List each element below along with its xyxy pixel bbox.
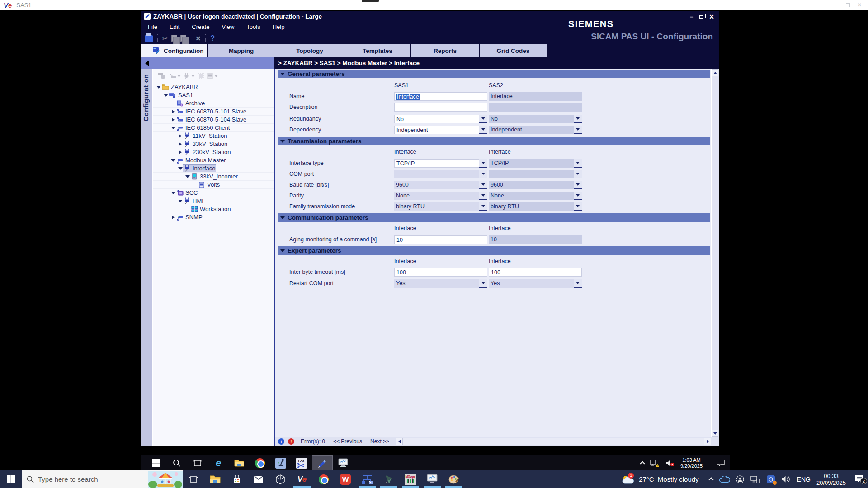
update-tray-item[interactable] [766,475,775,484]
menu-create[interactable]: Create [192,23,209,30]
scroll-up-button[interactable] [712,69,718,76]
remote-sicam-valpro-button[interactable] [270,455,291,470]
vnc-close-button[interactable]: ✕ [857,2,862,8]
description-sas1-input[interactable] [394,103,487,112]
expand-icon[interactable] [163,94,169,97]
tree-item-interface[interactable]: Interface [153,164,274,173]
meet-now-icon[interactable] [736,475,745,484]
file-explorer-button[interactable] [204,470,226,488]
next-button[interactable]: Next >> [370,438,389,445]
tray-chevron-icon[interactable] [640,461,645,466]
chrome-button[interactable] [313,470,335,488]
volume-muted-icon[interactable] [665,460,675,467]
collapse-icon[interactable] [170,216,176,219]
vnc-viewer-button[interactable]: Ve [291,470,313,488]
monitor-app-button[interactable] [421,470,443,488]
tab-mapping[interactable]: Mapping [208,44,275,57]
tree-item-snmp[interactable]: SNMP [153,213,274,221]
remote-monitor-app-button[interactable] [333,455,354,470]
wps-office-button[interactable]: W [335,470,356,488]
volume-icon[interactable] [781,475,791,483]
taskbar-weather[interactable]: 1 27°C Mostly cloudy [622,474,698,484]
restore-button[interactable] [699,15,703,19]
expand-icon[interactable] [170,192,176,194]
expand-icon[interactable] [177,167,183,170]
name-sas1-input[interactable]: Interface [394,92,487,101]
remote-clock[interactable]: 1:03 AM 9/20/2025 [680,457,703,469]
expand-icon[interactable] [170,127,176,129]
help-icon[interactable]: ? [210,34,215,42]
interface-type-sas1-dropdown[interactable]: TCP/IP [394,159,487,168]
scrollbar-track[interactable] [403,438,704,445]
remote-file-explorer-button[interactable] [229,455,250,470]
redundancy-sas1-dropdown[interactable]: No [394,115,487,123]
3d-viewer-button[interactable] [269,470,291,488]
network-icon[interactable] [750,475,760,483]
tab-topology[interactable]: Topology [275,44,344,57]
print-icon[interactable] [145,35,153,42]
dropdown-arrow-icon[interactable] [479,115,487,123]
tab-grid-codes[interactable]: Grid Codes [480,44,547,57]
tree-item-iec-60870-5-104-slave[interactable]: IEC 60870-5-104 Slave [153,116,274,124]
onedrive-icon[interactable] [719,476,730,483]
section-general-parameters[interactable]: General parameters [278,70,710,78]
section-transmission-parameters[interactable]: Transmission parameters [278,137,710,145]
menu-file[interactable]: File [148,23,157,30]
section-communication-parameters[interactable]: Communication parameters [278,213,710,222]
search-input[interactable] [38,475,133,483]
expand-icon[interactable] [156,86,161,89]
remote-task-view-button[interactable] [187,455,208,470]
remote-parameter-app-button[interactable]: 123 [291,455,312,470]
taskbar-search[interactable] [22,470,183,488]
menu-help[interactable]: Help [273,23,285,30]
microsoft-store-button[interactable] [226,470,248,488]
tree-item-33kv-station[interactable]: 33kV_Station [153,140,274,148]
remote-ie-button[interactable]: e [208,455,229,470]
menu-edit[interactable]: Edit [170,23,179,30]
language-indicator[interactable]: ENG [797,476,811,483]
tree-item-zaykabr[interactable]: ZAYKABR [153,83,274,91]
collapse-icon[interactable] [177,134,183,138]
tree-item-iec-61850-client[interactable]: IEC 61850 Client [153,124,274,132]
horizontal-scrollbar[interactable] [396,437,719,446]
network-warning-icon[interactable]: ! [650,459,660,467]
notification-icon[interactable] [716,459,725,467]
collapse-icon[interactable] [170,110,176,113]
network-diagram-app-button[interactable] [356,470,378,488]
collapse-icon[interactable] [177,142,183,146]
inter-byte-timeout-sas1-input[interactable]: 100 [394,268,487,277]
vertical-scrollbar[interactable] [711,69,719,437]
minimize-button[interactable]: – [690,14,693,19]
aging-monitoring-sas1-input[interactable]: 10 [394,235,487,244]
taskbar-clock[interactable]: 00:33 20/09/2025 [816,473,846,486]
scroll-right-button[interactable] [704,438,711,445]
vnc-toolbar-handle[interactable] [362,0,379,2]
expand-icon[interactable] [184,175,190,178]
tab-configuration[interactable]: Configuration [141,44,208,57]
task-view-button[interactable] [183,470,204,488]
mail-button[interactable] [248,470,269,488]
search-highlight-image[interactable] [148,471,183,488]
tree-item-iec-60870-5-101-slave[interactable]: IEC 60870-5-101 Slave [153,108,274,116]
tray-chevron-icon[interactable] [708,477,713,482]
mxopc-app-button[interactable]: MXopc [400,470,421,488]
scroll-down-button[interactable] [712,430,718,437]
tree-item-sas1[interactable]: SAS1 [153,91,274,99]
tree-item-230kv-station[interactable]: 230kV_Station [153,148,274,156]
info-icon[interactable]: i [278,438,284,445]
collapse-icon[interactable] [177,150,183,154]
tree-item-hmi[interactable]: HMI [153,197,274,205]
kite-app-button[interactable] [378,470,400,488]
dependency-sas1-dropdown[interactable]: Independent [394,126,487,134]
previous-button[interactable]: << Previous [333,438,362,445]
side-tab-configuration[interactable]: Configuration [142,74,150,122]
menu-view[interactable]: View [222,23,234,30]
menu-tools[interactable]: Tools [246,23,260,30]
tree-item-archive[interactable]: Archive [153,99,274,108]
tree-item-modbus-master[interactable]: Modbus Master [153,156,274,164]
collapse-panel-icon[interactable] [145,61,149,66]
vnc-minimize-button[interactable]: – [835,2,839,8]
tree-item-33kv-incomer[interactable]: 33kV_Incomer [153,173,274,181]
action-center[interactable]: 2 [854,475,864,483]
dropdown-arrow-icon[interactable] [479,126,487,134]
